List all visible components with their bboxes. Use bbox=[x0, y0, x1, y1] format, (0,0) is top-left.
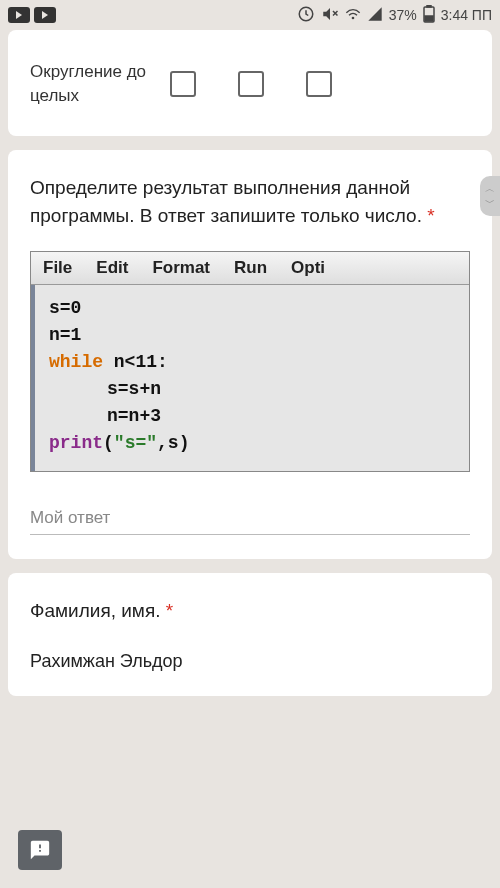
code-line: n=1 bbox=[49, 322, 455, 349]
menu-format: Format bbox=[152, 258, 210, 278]
wifi-icon bbox=[345, 6, 361, 25]
code-line: n=n+3 bbox=[49, 403, 455, 430]
card-rounding: Округление до целых bbox=[8, 30, 492, 136]
question-text: Определите результат выполнения данной п… bbox=[30, 174, 470, 231]
feedback-button[interactable] bbox=[18, 830, 62, 870]
menu-options: Opti bbox=[291, 258, 325, 278]
row-label: Округление до целых bbox=[30, 60, 150, 108]
clock-time: 3:44 ПП bbox=[441, 7, 492, 23]
checkbox-1[interactable] bbox=[170, 71, 196, 97]
battery-percent: 37% bbox=[389, 7, 417, 23]
checkbox-2[interactable] bbox=[238, 71, 264, 97]
scroll-hint[interactable]: ︿﹀ bbox=[480, 176, 500, 216]
menu-file: File bbox=[43, 258, 72, 278]
sync-icon bbox=[297, 5, 315, 26]
battery-icon bbox=[423, 5, 435, 26]
menu-edit: Edit bbox=[96, 258, 128, 278]
youtube-icon bbox=[8, 7, 30, 23]
name-label: Фамилия, имя. * bbox=[30, 597, 470, 626]
code-line: print("s=",s) bbox=[49, 430, 455, 457]
code-line: s=s+n bbox=[49, 376, 455, 403]
svg-point-3 bbox=[352, 17, 353, 18]
card-name: Фамилия, имя. * Рахимжан Эльдор bbox=[8, 573, 492, 697]
card-question: Определите результат выполнения данной п… bbox=[8, 150, 492, 559]
signal-icon bbox=[367, 6, 383, 25]
mute-icon bbox=[321, 5, 339, 26]
checkbox-3[interactable] bbox=[306, 71, 332, 97]
youtube-icon bbox=[34, 7, 56, 23]
answer-input[interactable] bbox=[30, 502, 470, 535]
code-screenshot: File Edit Format Run Opti s=0 n=1 while … bbox=[30, 251, 470, 472]
svg-rect-6 bbox=[425, 16, 433, 21]
menu-run: Run bbox=[234, 258, 267, 278]
svg-rect-5 bbox=[427, 5, 431, 7]
status-bar: 37% 3:44 ПП bbox=[0, 0, 500, 30]
name-value[interactable]: Рахимжан Эльдор bbox=[30, 651, 470, 672]
code-editor-menu: File Edit Format Run Opti bbox=[31, 252, 469, 285]
code-line: s=0 bbox=[49, 295, 455, 322]
required-mark: * bbox=[166, 600, 173, 621]
code-body: s=0 n=1 while n<11: s=s+n n=n+3 print("s… bbox=[31, 285, 469, 471]
code-line: while n<11: bbox=[49, 349, 455, 376]
required-mark: * bbox=[427, 205, 434, 226]
